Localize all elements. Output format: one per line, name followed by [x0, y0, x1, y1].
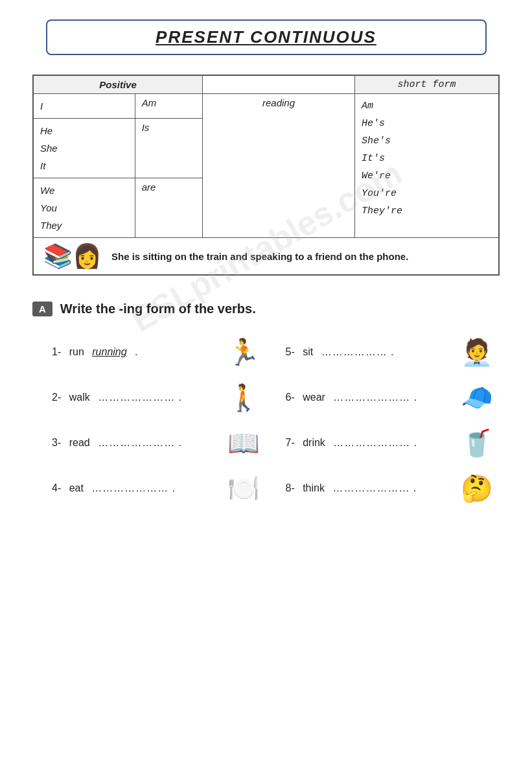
exercise-item-4: 4- eat ………………… . 🍽️: [32, 466, 266, 511]
clipart-drink: 🥤: [461, 430, 493, 456]
section-header: A Write the -ing form of the verbs.: [32, 302, 500, 316]
clipart-sit: 🧑‍💼: [461, 339, 493, 365]
exercise-item-5: 5- sit ……………… . 🧑‍💼: [266, 329, 500, 375]
grammar-table: Positive short form I Am reading AmHe'sS…: [33, 75, 499, 238]
clipart-eat: 🍽️: [227, 475, 260, 501]
reading-cell: reading: [203, 94, 355, 238]
section-a: A Write the -ing form of the verbs. 1- r…: [32, 302, 500, 511]
verb-5: sit: [303, 346, 316, 358]
page-title: PRESENT CONTINUOUS: [60, 27, 472, 47]
exercise-item-8: 8- think ………………… . 🤔: [266, 466, 500, 511]
example-box: 📚👩 She is sitting on the train and speak…: [33, 238, 499, 275]
table-row-i: I Am reading AmHe'sShe'sIt'sWe'reYou'reT…: [34, 94, 499, 119]
exercise-item-3: 3- read ………………… . 📖: [32, 420, 266, 466]
verb-num-7: 7-: [286, 437, 298, 449]
verb-num-5: 5-: [286, 346, 298, 358]
dots-7: ………………… .: [333, 437, 417, 449]
section-label: A: [32, 302, 52, 316]
dots-6: ………………… .: [333, 392, 417, 403]
verb-num-6: 6-: [286, 392, 298, 403]
dots-1: .: [132, 346, 138, 358]
example-clipart: 📚👩: [43, 244, 102, 268]
verb-are: are: [135, 178, 202, 238]
verb-4: eat: [69, 482, 87, 494]
verb-num-3: 3-: [52, 437, 64, 449]
verb-3: read: [69, 437, 93, 449]
dots-4: ………………… .: [91, 482, 176, 494]
short-form-all: AmHe'sShe'sIt'sWe'reYou'reThey're: [355, 94, 499, 238]
verb-is: Is: [135, 119, 202, 178]
section-instruction: Write the -ing form of the verbs.: [60, 302, 256, 316]
header-reading-spacer: [203, 76, 355, 94]
verb-num-8: 8-: [286, 482, 298, 494]
dots-2: ………………… .: [98, 392, 182, 403]
verb-1: run: [69, 346, 87, 358]
header-short: short form: [355, 76, 499, 94]
title-box: PRESENT CONTINUOUS: [46, 19, 487, 55]
clipart-walk: 🚶: [227, 385, 260, 410]
example-sentence: She is sitting on the train and speaking…: [111, 251, 408, 262]
verb-6: wear: [303, 392, 328, 403]
subject-hesheit: HeSheIt: [34, 119, 135, 178]
clipart-read: 📖: [227, 430, 260, 456]
dots-8: ………………… .: [332, 482, 417, 494]
exercise-item-1: 1- run running . 🏃: [32, 329, 266, 375]
clipart-wear: 🧢: [461, 385, 493, 410]
subject-i: I: [34, 94, 135, 119]
verb-2: walk: [69, 392, 93, 403]
verb-num-2: 2-: [52, 392, 64, 403]
clipart-think: 🤔: [461, 475, 493, 501]
exercise-grid: 1- run running . 🏃 5- sit ……………… . 🧑‍💼 2…: [32, 329, 500, 511]
exercise-item-6: 6- wear ………………… . 🧢: [266, 375, 500, 420]
dots-3: ………………… .: [98, 437, 182, 449]
exercise-item-2: 2- walk ………………… . 🚶: [32, 375, 266, 420]
verb-8: think: [303, 482, 327, 494]
verb-7: drink: [303, 437, 328, 449]
header-positive: Positive: [34, 76, 203, 94]
grammar-table-container: Positive short form I Am reading AmHe'sS…: [32, 75, 500, 276]
verb-num-1: 1-: [52, 346, 64, 358]
exercise-item-7: 7- drink ………………… . 🥤: [266, 420, 500, 466]
subject-weyouthey: WeYouThey: [34, 178, 135, 238]
answer-1: running: [92, 346, 126, 358]
clipart-run: 🏃: [227, 339, 260, 365]
verb-num-4: 4-: [52, 482, 64, 494]
dots-5: ……………… .: [321, 346, 395, 358]
verb-am: Am: [135, 94, 202, 119]
